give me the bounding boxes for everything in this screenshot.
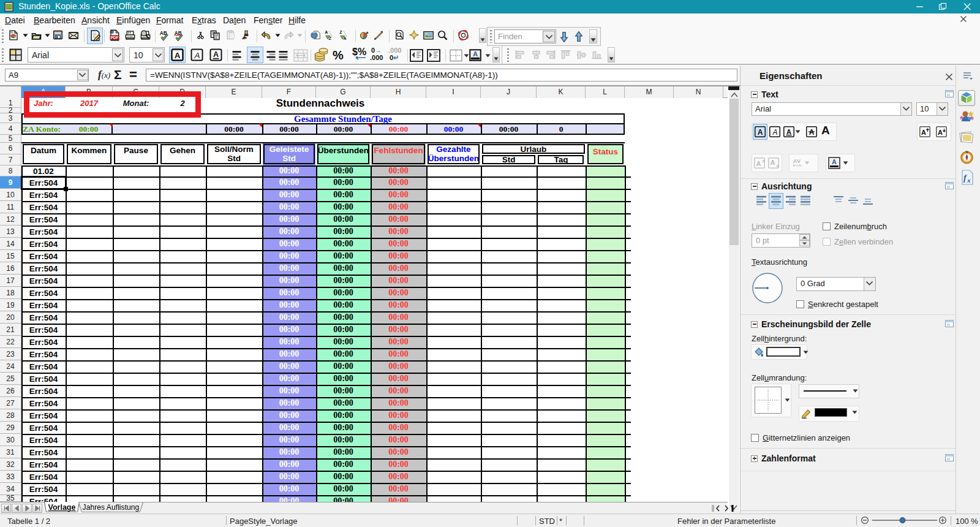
svg-text:A: A [771,159,775,166]
svg-text:Z: Z [339,30,342,35]
svg-text:A: A [938,129,943,136]
svg-text:A: A [758,128,763,137]
svg-text:A: A [786,128,791,135]
svg-text:A: A [756,160,761,167]
svg-text:x: x [777,164,779,168]
svg-text:x: x [763,159,765,163]
svg-text:A: A [175,51,181,60]
svg-text:AV: AV [793,158,801,164]
svg-text:A: A [213,50,219,59]
svg-text:N: N [966,150,968,154]
svg-text:A: A [473,50,478,58]
svg-text:PDF: PDF [111,36,119,40]
svg-text:A: A [921,129,926,136]
svg-text:x: x [967,176,971,184]
svg-text:A: A [832,158,837,165]
svg-text:A: A [325,30,328,35]
svg-text:A: A [194,51,200,60]
svg-text:A: A [772,128,777,137]
